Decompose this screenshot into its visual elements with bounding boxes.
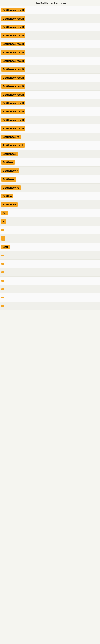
list-item: Bottlene	[0, 158, 100, 167]
bottleneck-result-label: Bottleneck	[1, 152, 18, 156]
list-item: Bottleneck result	[0, 65, 100, 74]
bottleneck-result-label: Bott	[1, 244, 10, 249]
bottleneck-result-label	[1, 305, 4, 307]
bottleneck-result-label: Bo	[1, 211, 8, 215]
site-header: TheBottlenecker.com	[0, 0, 100, 6]
bottleneck-result-label: |	[1, 236, 5, 241]
list-item: Bottleneck result	[0, 57, 100, 65]
bottleneck-result-label	[1, 263, 4, 265]
bottleneck-result-label: Bottlenec	[1, 177, 16, 182]
list-item: Bottleneck result	[0, 32, 100, 40]
bottleneck-result-label	[1, 229, 4, 231]
list-item	[0, 268, 100, 276]
list-item: Bottlenec	[0, 175, 100, 184]
list-item: Bottleneck result	[0, 6, 100, 14]
list-item: Bottleneck result	[0, 23, 100, 32]
list-item: Bottleneck	[0, 150, 100, 158]
bottleneck-result-label: Bottleneck result	[1, 58, 25, 63]
bottleneck-result-label	[1, 297, 4, 298]
bottleneck-result-label: Bottleneck result	[1, 101, 25, 106]
site-title: TheBottlenecker.com	[34, 2, 66, 5]
bottleneck-result-label: Bottleneck r	[1, 168, 19, 173]
list-item: Bottleneck result	[0, 108, 100, 116]
list-item: Bott	[0, 243, 100, 251]
bottleneck-result-label: Bottleneck result	[1, 16, 25, 21]
list-item: Bottleneck r	[0, 167, 100, 175]
list-item: B	[0, 217, 100, 226]
bottleneck-result-label: Bottleneck result	[1, 67, 25, 72]
bottleneck-result-label	[1, 288, 4, 290]
list-item	[0, 285, 100, 294]
bottleneck-result-label: Bottleneck result	[1, 76, 25, 80]
list-item: Bottleneck result	[0, 90, 100, 99]
bottleneck-result-label: Bottleneck re	[1, 135, 21, 139]
list-item: Bottleneck result	[0, 74, 100, 82]
bottleneck-result-label: Bottleneck resul	[1, 143, 25, 148]
list-item: Bottleneck resul	[0, 141, 100, 150]
list-item: Bottleneck result	[0, 82, 100, 90]
bottleneck-result-label: B	[1, 219, 6, 224]
list-item: Bottleneck re	[0, 184, 100, 192]
list-item: Bottleneck result	[0, 99, 100, 108]
list-item	[0, 226, 100, 234]
bottleneck-result-label	[1, 254, 4, 256]
bottleneck-result-label: Bottleneck result	[1, 25, 25, 30]
list-item: Bottleneck result	[0, 116, 100, 124]
bottleneck-result-label: Bottleneck result	[1, 8, 25, 12]
bottleneck-result-label: Bottleneck re	[1, 185, 21, 190]
list-item: Bottleneck result	[0, 124, 100, 133]
bottleneck-result-label: Bottlen	[1, 194, 13, 198]
bottleneck-result-label: Bottleneck result	[1, 50, 25, 55]
list-item: Bottlen	[0, 192, 100, 200]
list-item: Bottleneck re	[0, 133, 100, 141]
bottleneck-result-label: Bottlene	[1, 160, 15, 164]
results-list: Bottleneck resultBottleneck resultBottle…	[0, 6, 100, 310]
bottleneck-result-label	[1, 272, 4, 273]
list-item: Bottleneck	[0, 200, 100, 209]
bottleneck-result-label: Bottleneck result	[1, 42, 25, 46]
list-item	[0, 260, 100, 268]
list-item	[0, 302, 100, 310]
bottleneck-result-label: Bottleneck	[1, 202, 18, 207]
bottleneck-result-label	[1, 280, 4, 282]
list-item	[0, 251, 100, 260]
list-item: Bottleneck result	[0, 48, 100, 57]
bottleneck-result-label: Bottleneck result	[1, 109, 25, 114]
bottleneck-result-label: Bottleneck result	[1, 84, 25, 88]
bottleneck-result-label: Bottleneck result	[1, 118, 25, 122]
list-item	[0, 294, 100, 302]
list-item: Bottleneck result	[0, 40, 100, 48]
bottleneck-result-label: Bottleneck result	[1, 92, 25, 97]
bottleneck-result-label: Bottleneck result	[1, 126, 25, 131]
bottleneck-result-label: Bottleneck result	[1, 33, 25, 38]
list-item: Bo	[0, 209, 100, 217]
list-item	[0, 276, 100, 285]
list-item: Bottleneck result	[0, 14, 100, 23]
list-item: |	[0, 234, 100, 243]
